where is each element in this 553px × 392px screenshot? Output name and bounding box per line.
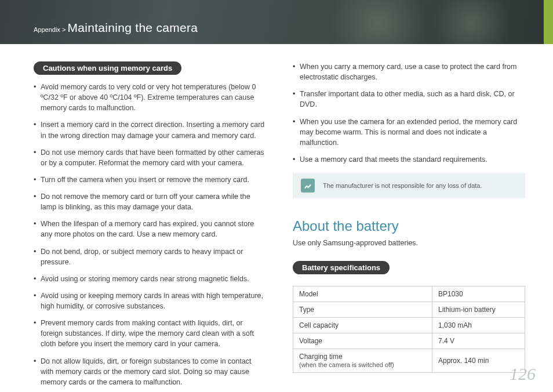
list-item: Turn off the camera when you insert or r… [34, 175, 266, 185]
spec-label: Cell capacity [293, 318, 432, 333]
spec-value: 1,030 mAh [432, 318, 525, 333]
spec-value: 7.4 V [432, 333, 525, 349]
battery-spec-table: Model BP1030 Type Lithium-ion battery Ce… [293, 286, 525, 373]
table-row: Voltage 7.4 V [293, 333, 525, 349]
list-item: Avoid using or keeping memory cards in a… [34, 291, 266, 311]
cautions-list: Avoid memory cards to very cold or very … [34, 82, 266, 387]
page-title: Maintaining the camera [67, 21, 198, 34]
section-pill-cautions: Cautions when using memory cards [34, 61, 181, 75]
table-row: Model BP1030 [293, 286, 525, 302]
list-item: Transfer important data to other media, … [293, 89, 525, 110]
right-column: When you carry a memory card, use a case… [293, 61, 525, 392]
list-item: Avoid memory cards to very cold or very … [34, 82, 266, 113]
table-row: Cell capacity 1,030 mAh [293, 318, 525, 333]
left-column: Cautions when using memory cards Avoid m… [34, 61, 266, 392]
page-header: Appendix > Maintaining the camera [0, 0, 553, 44]
spec-label-main: Charging time [299, 353, 343, 361]
spec-label: Charging time (when the camera is switch… [293, 349, 432, 373]
cautions-list-continued: When you carry a memory card, use a case… [293, 61, 525, 165]
spec-label: Type [293, 302, 432, 318]
list-item: Avoid using or storing memory cards near… [34, 274, 266, 284]
list-item: Do not use memory cards that have been f… [34, 147, 266, 168]
list-item: When you carry a memory card, use a case… [293, 61, 525, 82]
list-item: When the lifespan of a memory card has e… [34, 219, 266, 239]
table-row: Charging time (when the camera is switch… [293, 349, 525, 373]
section-pill-specs: Battery specifications [293, 261, 390, 274]
header-decoration [321, 0, 437, 44]
spec-label: Model [293, 286, 432, 302]
spec-value: Lithium-ion battery [432, 302, 525, 318]
header-decoration [425, 0, 518, 44]
section-subtitle: Use only Samsung-approved batteries. [293, 239, 525, 247]
note-callout: The manufacturer is not responsible for … [293, 173, 525, 198]
section-title-battery: About the battery [293, 218, 525, 234]
list-item: When you use the camera for an extended … [293, 117, 525, 148]
list-item: Use a memory card that meets the standar… [293, 154, 525, 165]
list-item: Do not allow liquids, dirt, or foreign s… [34, 356, 266, 387]
breadcrumb-prefix: Appendix > [34, 26, 66, 33]
note-icon [301, 179, 315, 193]
list-item: Prevent memory cards from making contact… [34, 318, 266, 349]
note-text: The manufacturer is not responsible for … [323, 182, 482, 189]
spec-value: BP1030 [432, 286, 525, 302]
page-number: 126 [510, 364, 536, 384]
list-item: Insert a memory card in the correct dire… [34, 119, 266, 140]
table-row: Type Lithium-ion battery [293, 302, 525, 318]
list-item: Do not remove the memory card or turn of… [34, 191, 266, 212]
content-area: Cautions when using memory cards Avoid m… [0, 44, 553, 392]
list-item: Do not bend, drop, or subject memory car… [34, 246, 266, 267]
spec-label-sub: (when the camera is switched off) [299, 361, 394, 368]
spec-label: Voltage [293, 333, 432, 349]
breadcrumb: Appendix > Maintaining the camera [34, 21, 198, 35]
